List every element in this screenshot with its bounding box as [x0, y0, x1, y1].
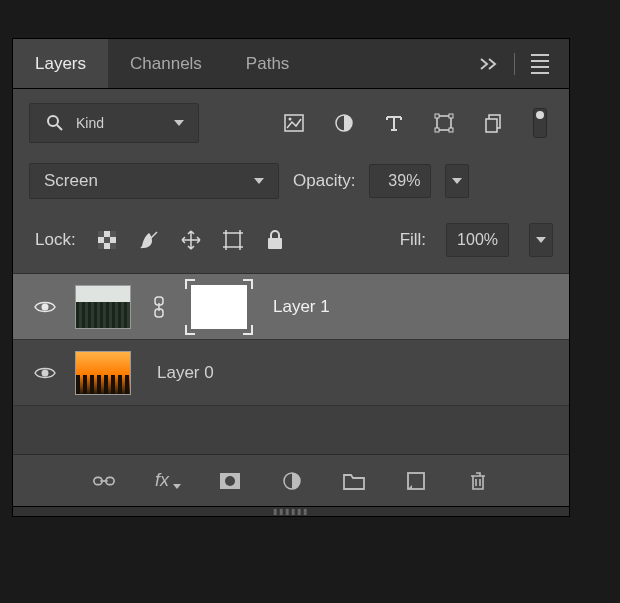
chevron-down-icon: [174, 120, 184, 126]
delete-icon[interactable]: [467, 470, 489, 492]
svg-rect-16: [98, 243, 104, 249]
fill-label: Fill:: [400, 230, 426, 250]
layer-thumbnail[interactable]: [75, 351, 131, 395]
filter-row: Kind: [13, 89, 569, 157]
opacity-label: Opacity:: [293, 171, 355, 191]
fill-dropdown[interactable]: [529, 223, 553, 257]
group-icon[interactable]: [343, 470, 365, 492]
filter-pixel-icon[interactable]: [283, 112, 305, 134]
blend-mode-value: Screen: [44, 171, 98, 191]
svg-rect-27: [268, 238, 282, 249]
svg-rect-14: [110, 231, 116, 237]
lock-all-icon[interactable]: [264, 229, 286, 251]
visibility-toggle[interactable]: [33, 299, 57, 315]
layer-row[interactable]: Layer 1: [13, 274, 569, 340]
svg-rect-11: [486, 119, 497, 132]
layer-row[interactable]: Layer 0: [13, 340, 569, 406]
layer-name[interactable]: Layer 0: [157, 363, 214, 383]
chevron-down-icon: [254, 178, 264, 184]
lock-position-icon[interactable]: [180, 229, 202, 251]
filter-adjustment-icon[interactable]: [333, 112, 355, 134]
fill-value[interactable]: 100%: [446, 223, 509, 257]
layer-style-icon[interactable]: fx: [155, 470, 179, 491]
svg-rect-9: [449, 128, 453, 132]
svg-rect-7: [449, 114, 453, 118]
svg-point-37: [225, 476, 235, 486]
panel-menu-icon[interactable]: [529, 53, 551, 75]
opacity-dropdown[interactable]: [445, 164, 469, 198]
svg-rect-17: [110, 243, 116, 249]
svg-point-3: [289, 118, 292, 121]
tab-layers[interactable]: Layers: [13, 39, 108, 88]
svg-rect-15: [104, 237, 110, 243]
svg-rect-8: [435, 128, 439, 132]
filter-type-label: Kind: [76, 115, 104, 131]
layer-thumbnail[interactable]: [75, 285, 131, 329]
filter-shape-icon[interactable]: [433, 112, 455, 134]
adjustment-layer-icon[interactable]: [281, 470, 303, 492]
panel-resize-handle[interactable]: ▮▮▮▮▮▮: [13, 506, 569, 516]
link-mask-icon[interactable]: [149, 296, 169, 318]
svg-rect-6: [435, 114, 439, 118]
layer-mask-thumbnail[interactable]: [191, 285, 247, 329]
filter-smartobject-icon[interactable]: [483, 112, 505, 134]
panel-tabs: Layers Channels Paths: [13, 39, 569, 89]
filter-type-dropdown[interactable]: Kind: [29, 103, 199, 143]
visibility-toggle[interactable]: [33, 365, 57, 381]
link-layers-icon[interactable]: [93, 470, 115, 492]
lock-transparency-icon[interactable]: [96, 229, 118, 251]
layers-panel: Layers Channels Paths Kind: [12, 38, 570, 517]
svg-line-1: [57, 125, 62, 130]
chevron-down-icon: [452, 178, 462, 184]
lock-artboard-icon[interactable]: [222, 229, 244, 251]
svg-point-32: [42, 369, 49, 376]
lock-label: Lock:: [35, 230, 76, 250]
svg-rect-13: [98, 231, 104, 237]
filter-toggle[interactable]: [533, 108, 547, 138]
layers-empty-area[interactable]: [13, 406, 569, 454]
collapse-icon[interactable]: [478, 53, 500, 75]
tab-paths[interactable]: Paths: [224, 39, 311, 88]
blend-row: Screen Opacity: 39%: [13, 157, 569, 213]
opacity-value[interactable]: 39%: [369, 164, 431, 198]
blend-mode-dropdown[interactable]: Screen: [29, 163, 279, 199]
lock-row: Lock: Fill: 100%: [13, 213, 569, 274]
svg-rect-18: [226, 233, 240, 247]
svg-point-0: [48, 116, 58, 126]
new-layer-icon[interactable]: [405, 470, 427, 492]
search-icon: [44, 112, 66, 134]
layers-list: Layer 1 Layer 0: [13, 274, 569, 454]
layers-bottom-bar: fx: [13, 454, 569, 506]
filter-type-icon[interactable]: [383, 112, 405, 134]
add-mask-icon[interactable]: [219, 470, 241, 492]
tab-channels[interactable]: Channels: [108, 39, 224, 88]
chevron-down-icon: [536, 237, 546, 243]
lock-image-icon[interactable]: [138, 229, 160, 251]
layer-name[interactable]: Layer 1: [273, 297, 330, 317]
svg-point-28: [42, 303, 49, 310]
